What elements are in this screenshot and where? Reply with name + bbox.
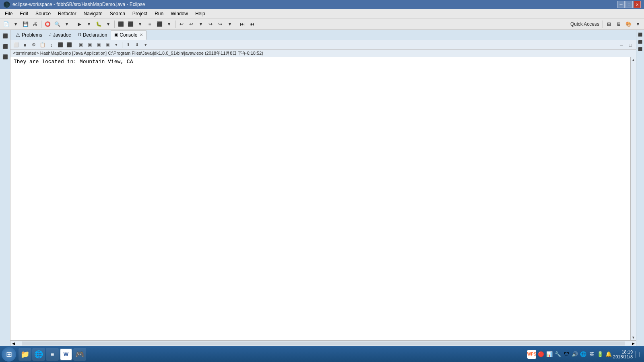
console-tool-3[interactable]: ⚙ — [30, 41, 38, 49]
scroll-up-arrow[interactable]: ▲ — [631, 57, 636, 63]
menu-search[interactable]: Search — [107, 10, 128, 17]
horizontal-scrollbar[interactable]: ◀ ▶ — [10, 340, 636, 346]
save-button[interactable]: 💾 — [21, 20, 30, 29]
chrome-icon: 🌐 — [34, 350, 43, 359]
tray-icon-7[interactable]: 🔔 — [605, 351, 612, 358]
toolbar-btn-15[interactable]: ↩ — [187, 20, 196, 29]
scroll-left-arrow[interactable]: ◀ — [10, 341, 16, 346]
console-scroll-1[interactable]: ⬆ — [124, 41, 132, 49]
toolbar-btn-21[interactable]: ⏮ — [248, 20, 256, 29]
console-scroll-2[interactable]: ⬇ — [133, 41, 141, 49]
right-sidebar-icon-3[interactable]: ⬛ — [637, 46, 644, 52]
taskbar-app3[interactable]: ≡ — [46, 348, 59, 361]
declaration-icon: D — [78, 33, 81, 37]
sidebar-icon-3[interactable]: ⬛ — [1, 52, 10, 61]
close-button[interactable]: ✕ — [634, 1, 641, 8]
scroll-down-arrow[interactable]: ▼ — [631, 335, 636, 340]
tab-problems[interactable]: ⚠ Problems — [12, 30, 46, 40]
tray-icon-3[interactable]: 🔧 — [554, 351, 561, 358]
sidebar-icon-2[interactable]: ⬛ — [1, 42, 10, 51]
taskbar-file-explorer[interactable]: 📁 — [19, 348, 31, 361]
toolbar-perspective-btn[interactable]: ⊞ — [605, 20, 613, 29]
toolbar-btn-22[interactable]: 🖥 — [614, 20, 623, 29]
toolbar-btn-8[interactable]: ⬛ — [116, 20, 125, 29]
tray-network[interactable]: 🌐 — [580, 351, 587, 358]
toolbar-btn-20[interactable]: ⏭ — [238, 20, 247, 29]
toolbar-btn-6[interactable]: ▾ — [85, 20, 93, 29]
debug-button[interactable]: 🐛 — [94, 20, 103, 29]
tab-javadoc[interactable]: J Javadoc — [46, 30, 75, 40]
menu-window[interactable]: Window — [167, 10, 191, 17]
minimize-button[interactable]: ─ — [617, 1, 625, 8]
maximize-button[interactable]: □ — [625, 1, 633, 8]
toolbar-btn-13[interactable]: ▾ — [165, 20, 173, 29]
console-display-1[interactable]: ▣ — [77, 41, 85, 49]
console-display-4[interactable]: ▣ — [103, 41, 111, 49]
toolbar-btn-2[interactable]: ▾ — [11, 20, 20, 29]
console-display-2[interactable]: ▣ — [86, 41, 94, 49]
console-tool-5[interactable]: ↕ — [47, 41, 56, 49]
toolbar-btn-12[interactable]: ⬛ — [155, 20, 164, 29]
console-output-text: They are located in: Mountain View, CA — [14, 59, 627, 65]
taskbar-chrome[interactable]: 🌐 — [32, 348, 45, 361]
console-close-icon[interactable]: ✕ — [140, 33, 143, 37]
right-sidebar-icon-1[interactable]: ⬛ — [637, 31, 644, 38]
right-sidebar-icon-2[interactable]: ⬛ — [637, 39, 644, 45]
toolbar-btn-3[interactable]: ⭕ — [43, 20, 52, 29]
console-maximize[interactable]: □ — [626, 41, 634, 49]
tray-icon-6[interactable]: 🔋 — [597, 351, 604, 358]
taskbar-app5[interactable]: 🎮 — [73, 348, 86, 361]
menu-navigate[interactable]: Navigate — [80, 10, 105, 17]
toolbar-btn-23[interactable]: 🎨 — [624, 20, 633, 29]
run-last-button[interactable]: ▶ — [75, 20, 84, 29]
console-display-3[interactable]: ▣ — [95, 41, 103, 49]
tray-icon-5[interactable]: 🔊 — [571, 351, 578, 358]
console-tool-7[interactable]: ⬛ — [65, 41, 73, 49]
new-button[interactable]: 📄 — [2, 20, 10, 29]
toolbar-btn-4[interactable]: 🔍 — [53, 20, 62, 29]
tray-input-lang[interactable]: 英 — [588, 351, 595, 358]
menu-edit[interactable]: Edit — [17, 10, 31, 17]
menu-project[interactable]: Project — [129, 10, 151, 17]
left-sidebar: ⬛ ⬛ ⬛ — [0, 30, 10, 346]
menu-help[interactable]: Help — [192, 10, 208, 17]
console-minimize[interactable]: ─ — [617, 41, 625, 49]
tab-declaration[interactable]: D Declaration — [74, 30, 111, 40]
toolbar-btn-19[interactable]: ▾ — [225, 20, 234, 29]
clear-console-button[interactable]: ⬜ — [12, 41, 20, 49]
tray-wps[interactable]: WPS — [527, 350, 536, 359]
taskbar-word[interactable]: W — [60, 348, 72, 361]
toolbar-btn-7[interactable]: ▾ — [104, 20, 113, 29]
taskbar-clock[interactable]: 18:19 2018/11/8 — [613, 350, 633, 359]
tab-console[interactable]: ▣ Console ✕ — [111, 30, 147, 40]
taskbar-time: 18:19 — [621, 350, 633, 354]
tray-icon-4[interactable]: 🛡 — [563, 351, 570, 358]
terminate-button[interactable]: ■ — [21, 41, 29, 49]
tray-icon-1[interactable]: 🔴 — [537, 351, 545, 358]
toolbar-btn-17[interactable]: ↪ — [206, 20, 215, 29]
sidebar-icon-1[interactable]: ⬛ — [1, 31, 10, 40]
toolbar-btn-16[interactable]: ▾ — [196, 20, 205, 29]
scroll-right-arrow[interactable]: ▶ — [630, 341, 636, 346]
toolbar-btn-14[interactable]: ↩ — [177, 20, 186, 29]
print-button[interactable]: 🖨 — [31, 20, 39, 29]
console-display-5[interactable]: ▾ — [112, 41, 120, 49]
vertical-scrollbar[interactable]: ▲ ▼ — [630, 57, 636, 340]
start-button[interactable]: ⊞ — [2, 347, 16, 362]
toolbar-btn-10[interactable]: ▾ — [136, 20, 144, 29]
menu-file[interactable]: File — [2, 10, 16, 17]
toolbar-btn-5[interactable]: ▾ — [62, 20, 71, 29]
toolbar-btn-24[interactable]: ▾ — [634, 20, 642, 29]
console-view-1[interactable]: ▾ — [142, 41, 150, 49]
show-desktop-button[interactable]: │ — [635, 351, 642, 358]
toolbar-btn-11[interactable]: ≡ — [145, 20, 154, 29]
menu-run[interactable]: Run — [151, 10, 167, 17]
right-sidebar: ⬛ ⬛ ⬛ — [636, 30, 644, 346]
menu-refactor[interactable]: Refactor — [55, 10, 79, 17]
toolbar-btn-9[interactable]: ⬛ — [126, 20, 135, 29]
console-tool-6[interactable]: ⬛ — [56, 41, 64, 49]
console-tool-4[interactable]: 📋 — [39, 41, 47, 49]
menu-source[interactable]: Source — [32, 10, 54, 17]
tray-icon-2[interactable]: 📊 — [546, 351, 553, 358]
toolbar-btn-18[interactable]: ↪ — [216, 20, 225, 29]
